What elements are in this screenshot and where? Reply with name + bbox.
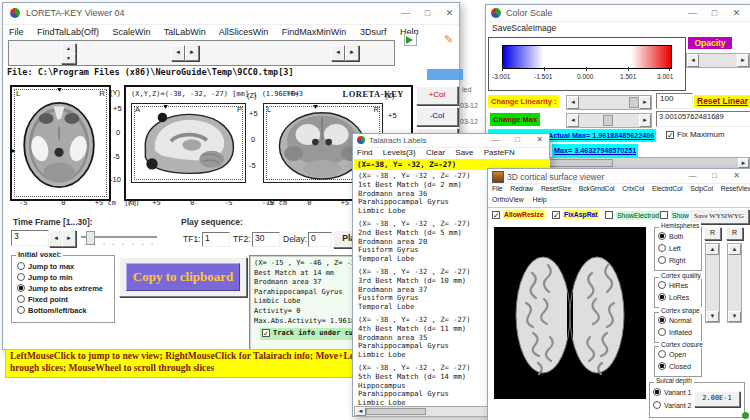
linearity-value-input[interactable]: 100 bbox=[656, 93, 693, 109]
radio-fixed-point[interactable]: Fixed point bbox=[17, 295, 68, 304]
menu-scalewin[interactable]: ScaleWin bbox=[112, 27, 150, 37]
spin-down-button[interactable]: ▼ bbox=[61, 53, 76, 64]
menu-file[interactable]: File bbox=[9, 27, 24, 37]
showelectrod-checkbox[interactable]: ShowElectrod bbox=[605, 211, 660, 219]
copy-to-clipboard-button[interactable]: Copy to clipboard bbox=[126, 263, 240, 291]
menu-electrdcol[interactable]: ElectrdCol bbox=[652, 185, 682, 192]
menu-file[interactable]: File bbox=[492, 185, 503, 192]
opacity-slider[interactable]: ◄ ► bbox=[686, 53, 750, 68]
main-titlebar[interactable]: LORETA-KEY Viewer 04 — □ ✕ bbox=[3, 3, 459, 25]
reset-linear-button[interactable]: Reset Linear bbox=[694, 95, 750, 107]
radio-closed[interactable]: Closed bbox=[658, 362, 691, 370]
radio-bottom-left-back[interactable]: Bottom/left/back bbox=[17, 306, 87, 315]
spin-left-button[interactable]: ◄ bbox=[171, 45, 185, 61]
menu-allsliceswin[interactable]: AllSlicesWin bbox=[219, 27, 269, 37]
scroll-right-arrow[interactable]: ► bbox=[737, 54, 749, 67]
minimize-button[interactable]: — bbox=[487, 134, 504, 146]
scroll-down-arrow[interactable]: ▼ bbox=[728, 311, 741, 322]
rotation-vscrollbar[interactable]: ▲ ▼ bbox=[705, 243, 720, 323]
scroll-left-arrow[interactable]: ◄ bbox=[355, 407, 366, 416]
close-button[interactable]: ✕ bbox=[728, 170, 745, 182]
axial-slice-panel[interactable]: L R ▼ ► bbox=[10, 85, 111, 201]
radio-jump-to-min[interactable]: Jump to min bbox=[17, 273, 73, 282]
fixasprat-checkbox[interactable]: ✓FixAspRat bbox=[552, 211, 599, 219]
maximize-button[interactable]: □ bbox=[706, 170, 723, 182]
scroll-right-arrow[interactable]: ► bbox=[639, 114, 651, 127]
time-frame-slider[interactable]: '''''''' bbox=[81, 230, 157, 245]
radio-inflated[interactable]: Inflated bbox=[658, 328, 692, 336]
radio-variant1[interactable]: Variant 1 bbox=[653, 388, 692, 396]
time-frame-input[interactable]: 3 bbox=[11, 230, 49, 246]
radio-right[interactable]: Right bbox=[658, 256, 685, 264]
close-button[interactable]: ✕ bbox=[728, 7, 745, 19]
minimize-button[interactable]: — bbox=[397, 7, 414, 19]
menu-3dsurf[interactable]: 3Dsurf bbox=[360, 27, 387, 37]
menu-resetsize[interactable]: ResetSize bbox=[541, 185, 571, 192]
minus-col-button[interactable]: -Col bbox=[416, 107, 458, 126]
menu-save[interactable]: Save bbox=[455, 148, 473, 157]
close-button[interactable]: ✕ bbox=[441, 7, 458, 19]
radio-variant2[interactable]: Variant 2 bbox=[653, 401, 692, 409]
radio-open[interactable]: Open bbox=[658, 350, 686, 358]
reset-scalp-max-link[interactable]: Max= 3.46327948570251 bbox=[552, 144, 638, 157]
scroll-up-arrow[interactable]: ▲ bbox=[706, 244, 719, 255]
maximize-button[interactable]: □ bbox=[509, 134, 526, 146]
rotation-vscrollbar[interactable]: ▲ ▼ bbox=[727, 243, 742, 323]
radio-hires[interactable]: HiRes bbox=[658, 281, 688, 289]
surface-viewer-titlebar[interactable]: 3D cortical surface viewer — □ ✕ bbox=[488, 169, 750, 184]
menu-pastefn[interactable]: PasteFN bbox=[484, 148, 515, 157]
scroll-left-arrow[interactable]: ◄ bbox=[567, 96, 579, 109]
color-scale-titlebar[interactable]: Color Scale — □ ✕ bbox=[486, 5, 750, 22]
menu-bckgrndcol[interactable]: BckGrndCol bbox=[579, 185, 615, 192]
scroll-right-arrow[interactable]: ► bbox=[639, 96, 651, 109]
spin-right-button[interactable]: ► bbox=[345, 45, 359, 61]
menu-savescaleimage[interactable]: SaveScaleImage bbox=[492, 23, 556, 33]
menu-orthoview[interactable]: OrthoView bbox=[492, 196, 524, 203]
menu-resetview[interactable]: ResetView bbox=[721, 185, 750, 192]
maximize-button[interactable]: □ bbox=[419, 7, 436, 19]
menu-levels[interactable]: Levels(3) bbox=[383, 148, 416, 157]
menu-redraw[interactable]: Redraw bbox=[510, 185, 533, 192]
sagittal-slice-panel[interactable]: A P ▼ bbox=[131, 103, 246, 183]
brain-3d-canvas[interactable] bbox=[494, 227, 646, 399]
scroll-up-arrow[interactable]: ▲ bbox=[728, 244, 741, 255]
allowresize-checkbox[interactable]: ✓AllowResize bbox=[492, 211, 545, 219]
rotate-r-button[interactable]: R bbox=[726, 227, 743, 240]
radio-lores[interactable]: LoRes bbox=[658, 293, 689, 301]
linearity-scrollbar[interactable]: ◄ ► bbox=[566, 95, 652, 110]
tf1-input[interactable]: 1 bbox=[202, 232, 230, 247]
menu-findtallab[interactable]: FindTalLab(Off) bbox=[37, 27, 99, 37]
talairach-titlebar[interactable]: Talairach Labels — □ ✕ bbox=[353, 134, 549, 148]
radio-normal[interactable]: Normal bbox=[658, 316, 692, 324]
minimize-button[interactable]: — bbox=[684, 170, 701, 182]
menu-findmaxminwin[interactable]: FindMaxMinWin bbox=[282, 27, 347, 37]
spin-right-button[interactable]: ► bbox=[185, 45, 199, 61]
time-frame-right-arrow[interactable]: ► bbox=[62, 230, 76, 247]
menu-sclpcol[interactable]: SclpCol bbox=[690, 185, 713, 192]
tf2-input[interactable]: 30 bbox=[252, 232, 280, 247]
spin-left-button[interactable]: ◄ bbox=[331, 45, 345, 61]
change-max-scrollbar[interactable]: ◄ ► bbox=[566, 113, 652, 128]
sulcal-depth-value-button[interactable]: 2.00E-1 bbox=[694, 391, 740, 407]
delay-input[interactable]: 0 bbox=[308, 232, 332, 247]
track-info-checkbox[interactable]: ✓Track info under cur bbox=[260, 328, 359, 340]
menu-help[interactable]: Help bbox=[533, 196, 547, 203]
scroll-right-arrow[interactable]: ► bbox=[738, 158, 749, 168]
radio-jump-to-max[interactable]: Jump to max bbox=[17, 262, 74, 271]
menu-clear[interactable]: Clear bbox=[426, 148, 445, 157]
radio-left[interactable]: Left bbox=[658, 244, 681, 252]
menu-find[interactable]: Find bbox=[357, 148, 373, 157]
rotate-r-button[interactable]: R bbox=[704, 227, 721, 240]
close-button[interactable]: ✕ bbox=[531, 134, 548, 146]
scroll-left-arrow[interactable]: ◄ bbox=[567, 114, 579, 127]
time-frame-left-arrow[interactable]: ◄ bbox=[49, 230, 63, 247]
plus-col-button[interactable]: +Col bbox=[416, 86, 458, 105]
fix-maximum-checkbox[interactable]: ✓Fix Maximum bbox=[666, 130, 725, 139]
minimize-button[interactable]: — bbox=[684, 7, 701, 19]
radio-both[interactable]: Both bbox=[658, 232, 683, 240]
menu-crtxcol[interactable]: CrtxCol bbox=[622, 185, 644, 192]
change-max-value-input[interactable]: 3.00105762481689 bbox=[656, 111, 750, 127]
scroll-left-arrow[interactable]: ◄ bbox=[687, 54, 699, 67]
scroll-down-arrow[interactable]: ▼ bbox=[706, 311, 719, 322]
radio-jump-to-abs-extreme[interactable]: Jump to abs extreme bbox=[17, 284, 103, 293]
